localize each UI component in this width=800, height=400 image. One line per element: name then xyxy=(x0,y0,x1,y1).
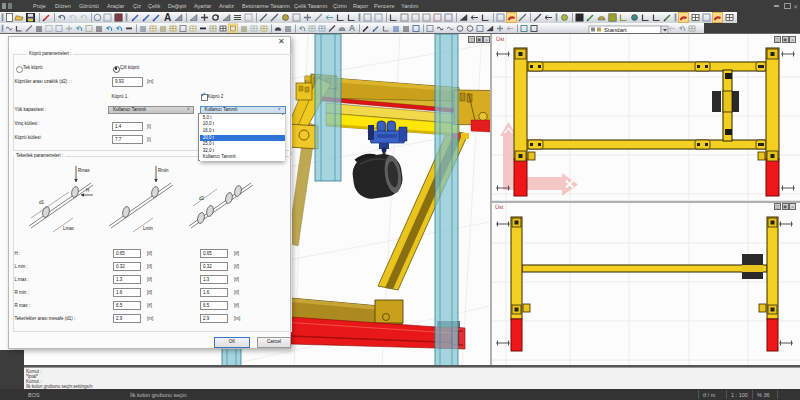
svg-text:H: H xyxy=(86,188,89,193)
svg-text:d1: d1 xyxy=(39,200,45,205)
svg-text:Rmin: Rmin xyxy=(158,168,169,173)
svg-text:d2: d2 xyxy=(199,196,205,201)
svg-text:A: A xyxy=(164,12,171,23)
svg-text:A: A xyxy=(349,23,356,33)
svg-text:Lmin: Lmin xyxy=(143,226,153,231)
svg-text:Rmax: Rmax xyxy=(78,168,91,173)
svg-text:Lmax: Lmax xyxy=(63,226,75,231)
